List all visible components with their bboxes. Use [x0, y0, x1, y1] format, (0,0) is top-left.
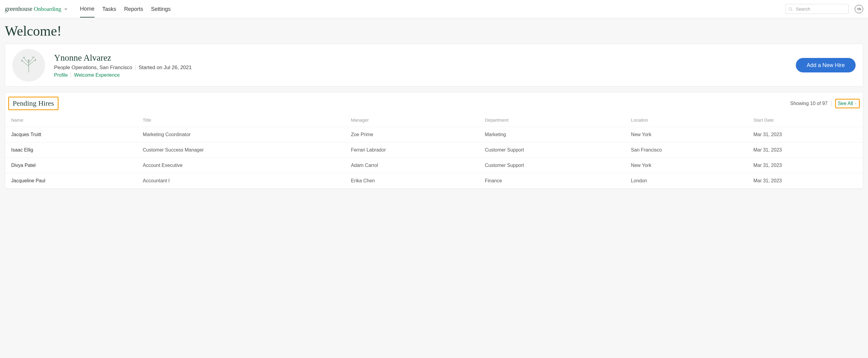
svg-line-1 [791, 10, 792, 10]
cell-title: Customer Success Manager [137, 142, 345, 158]
divider [831, 101, 832, 106]
showing-count: Showing 10 of 97 [790, 101, 828, 106]
divider [71, 72, 71, 78]
col-name: Name [5, 113, 137, 127]
cell-department: Marketing [479, 127, 625, 142]
nav-settings[interactable]: Settings [151, 1, 170, 17]
pending-hires-table: Name Title Manager Department Location S… [5, 113, 863, 189]
user-name: Ynonne Alvarez [54, 53, 787, 63]
cell-manager: Erika Chen [345, 173, 479, 189]
table-row[interactable]: Jacques TruittMarketing CoordinatorZoe P… [5, 127, 863, 142]
cell-location: New York [625, 127, 747, 142]
profile-link[interactable]: Profile [54, 72, 68, 78]
page-title: Welcome! [5, 23, 863, 39]
avatar [12, 49, 45, 82]
add-new-hire-button[interactable]: Add a New Hire [796, 58, 856, 72]
cell-department: Customer Support [479, 158, 625, 173]
pending-hires-card: Pending Hires Showing 10 of 97 See All N… [5, 92, 863, 189]
welcome-experience-link[interactable]: Welcome Experience [74, 72, 120, 78]
cell-location: San Francisco [625, 142, 747, 158]
cell-manager: Adam Carrol [345, 158, 479, 173]
cell-manager: Zoe Prime [345, 127, 479, 142]
col-manager: Manager [345, 113, 479, 127]
nav-tasks[interactable]: Tasks [102, 1, 116, 17]
user-links: Profile Welcome Experience [54, 72, 787, 78]
table-row[interactable]: Jacqueline PaulAccountant IErika ChenFin… [5, 173, 863, 189]
user-dept-loc: People Operations, San Francisco [54, 65, 132, 71]
pending-hires-title: Pending Hires [13, 99, 54, 107]
user-info: Ynonne Alvarez People Operations, San Fr… [54, 53, 787, 78]
logo-part1: greenhouse [5, 5, 32, 12]
cell-location: New York [625, 158, 747, 173]
user-card: Ynonne Alvarez People Operations, San Fr… [5, 44, 863, 87]
nav-links: Home Tasks Reports Settings [80, 0, 170, 18]
cell-start-date: Mar 31, 2023 [747, 142, 863, 158]
search-box [785, 4, 849, 14]
col-title: Title [137, 113, 345, 127]
cell-manager: Ferrari Labrador [345, 142, 479, 158]
cell-department: Finance [479, 173, 625, 189]
pending-hires-header: Pending Hires Showing 10 of 97 See All [5, 92, 863, 113]
top-nav: greenhouse Onboarding Home Tasks Reports… [0, 0, 868, 18]
see-all-link[interactable]: See All [835, 99, 860, 108]
chevron-right-icon [854, 102, 857, 105]
col-start-date: Start Date [747, 113, 863, 127]
logo-part2: Onboarding [34, 6, 61, 12]
cell-department: Customer Support [479, 142, 625, 158]
plant-icon [20, 56, 38, 74]
pending-hires-actions: Showing 10 of 97 See All [790, 99, 860, 108]
svg-point-0 [789, 7, 792, 10]
nav-home[interactable]: Home [80, 0, 95, 18]
cell-location: London [625, 173, 747, 189]
cell-title: Accountant I [137, 173, 345, 189]
search-icon [788, 7, 793, 11]
product-switcher[interactable]: greenhouse Onboarding [5, 5, 68, 12]
table-row[interactable]: Divya PatelAccount ExecutiveAdam CarrolC… [5, 158, 863, 173]
logo: greenhouse Onboarding [5, 5, 61, 12]
table-row[interactable]: Isaac ElligCustomer Success ManagerFerra… [5, 142, 863, 158]
nav-reports[interactable]: Reports [124, 1, 143, 17]
cell-start-date: Mar 31, 2023 [747, 173, 863, 189]
chevron-down-icon [64, 7, 68, 11]
cell-name: Divya Patel [5, 158, 137, 173]
table-header-row: Name Title Manager Department Location S… [5, 113, 863, 127]
cell-start-date: Mar 31, 2023 [747, 127, 863, 142]
user-avatar-badge[interactable]: YA [855, 5, 863, 13]
user-started: Started on Jul 26, 2021 [138, 65, 192, 71]
col-department: Department [479, 113, 625, 127]
cell-start-date: Mar 31, 2023 [747, 158, 863, 173]
search-input[interactable] [785, 4, 849, 14]
cell-title: Marketing Coordinator [137, 127, 345, 142]
user-meta: People Operations, San Francisco Started… [54, 65, 787, 71]
cell-name: Jacques Truitt [5, 127, 137, 142]
cell-name: Jacqueline Paul [5, 173, 137, 189]
see-all-label: See All [838, 101, 853, 106]
col-location: Location [625, 113, 747, 127]
cell-name: Isaac Ellig [5, 142, 137, 158]
cell-title: Account Executive [137, 158, 345, 173]
pending-hires-title-highlight: Pending Hires [8, 97, 59, 110]
